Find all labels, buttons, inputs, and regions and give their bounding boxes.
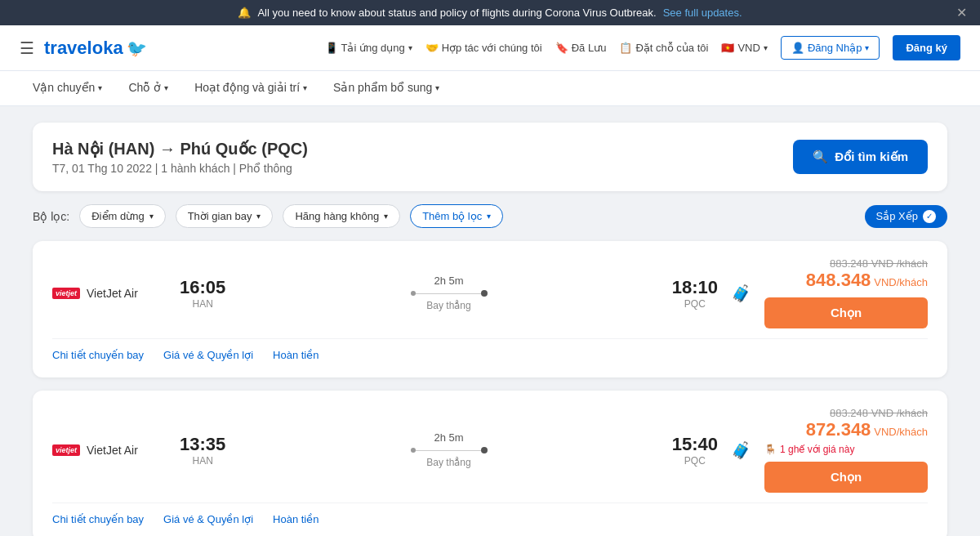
flight-line-2 xyxy=(242,447,655,453)
final-price-1: 848.348 xyxy=(806,270,871,290)
logo-text: traveloka xyxy=(44,38,123,59)
filter-bar: Bộ lọc: Điểm dừng ▾ Thời gian bay ▾ Hãng… xyxy=(33,204,947,228)
chevron-extra: ▾ xyxy=(435,83,439,92)
refund-link-2[interactable]: Hoàn tiền xyxy=(273,513,318,525)
seat-warning-icon: 🪑 xyxy=(764,444,777,455)
nav-saved[interactable]: 🔖 Đã Lưu xyxy=(555,42,607,54)
chevron-down-icon-2: ▾ xyxy=(764,43,768,52)
nav-currency[interactable]: 🇻🇳 VND ▾ xyxy=(721,42,767,54)
vietjet-logo-icon-1: vietjet xyxy=(52,288,80,299)
filter-more-label: Thêm bộ lọc xyxy=(422,210,482,222)
baggage-icon-1[interactable]: 🧳 xyxy=(731,284,751,303)
choose-label-1: Chọn xyxy=(831,306,862,319)
filter-time-button[interactable]: Thời gian bay ▾ xyxy=(176,204,274,228)
arrive-block-2: 15:40 PQC xyxy=(672,434,718,467)
airline-info-2: vietjet VietJet Air xyxy=(52,444,167,457)
nav-accommodation[interactable]: Chỗ ở ▾ xyxy=(115,71,181,105)
search-btn-label: Đổi tìm kiếm xyxy=(835,150,908,164)
nav-accommodation-label: Chỗ ở xyxy=(128,81,161,94)
header: ☰ traveloka 🐦 📱 Tải ứng dụng ▾ 🤝 Hợp tác… xyxy=(0,25,980,71)
close-icon[interactable]: ✕ xyxy=(956,5,967,20)
search-info: Hà Nội (HAN) → Phú Quốc (PQC) T7, 01 Thg… xyxy=(52,139,308,175)
filter-stops-button[interactable]: Điểm dừng ▾ xyxy=(79,204,165,228)
original-price-2: 883.248 VND /khách xyxy=(764,407,928,419)
logo[interactable]: traveloka 🐦 xyxy=(44,38,147,59)
sort-label: Sắp Xếp xyxy=(876,210,918,222)
filter-time-label: Thời gian bay xyxy=(188,210,252,222)
chevron-transport: ▾ xyxy=(98,83,102,92)
price-link-2[interactable]: Giá vé & Quyền lợi xyxy=(163,513,253,525)
nav-activity[interactable]: Hoạt động và giải trí ▾ xyxy=(181,71,320,105)
depart-time-2: 13:35 xyxy=(180,434,225,455)
banner-link[interactable]: See full updates. xyxy=(663,7,742,19)
final-price-row-1: 848.348 VND/khách xyxy=(764,270,928,291)
original-price-1: 883.248 VND /khách xyxy=(764,257,928,270)
baggage-icon-2[interactable]: 🧳 xyxy=(731,440,751,460)
flight-time-1: 16:05 HAN 2h 5m Bay thẳng 18:10 PQC xyxy=(180,275,718,311)
arrive-airport-1: PQC xyxy=(672,298,718,310)
dot-right-2 xyxy=(481,447,488,453)
nav-partner-label: Hợp tác với chúng tôi xyxy=(442,42,542,54)
nav-app[interactable]: 📱 Tải ứng dụng ▾ xyxy=(325,42,412,54)
login-button[interactable]: 👤 Đăng Nhập ▾ xyxy=(781,36,880,60)
main-content: Hà Nội (HAN) → Phú Quốc (PQC) T7, 01 Thg… xyxy=(0,106,980,536)
choose-button-1[interactable]: Chọn xyxy=(764,297,928,328)
sort-button[interactable]: Sắp Xếp ✓ xyxy=(865,205,947,228)
chevron-down-icon: ▾ xyxy=(408,43,412,52)
final-price-row-2: 872.348 VND/khách xyxy=(764,419,928,440)
refund-link-1[interactable]: Hoàn tiền xyxy=(273,349,318,361)
chevron-time: ▾ xyxy=(256,212,261,221)
line-1 xyxy=(416,293,481,294)
choose-button-2[interactable]: Chọn xyxy=(764,462,928,493)
logo-bird-icon: 🐦 xyxy=(127,38,147,58)
duration-block-2: 2h 5m Bay thẳng xyxy=(242,431,655,468)
flag-icon: 🇻🇳 xyxy=(721,42,734,54)
nav-booking[interactable]: 📋 Đặt chỗ của tôi xyxy=(619,42,708,54)
nav-partner[interactable]: 🤝 Hợp tác với chúng tôi xyxy=(425,42,542,54)
header-right: 📱 Tải ứng dụng ▾ 🤝 Hợp tác với chúng tôi… xyxy=(325,35,960,60)
nav-transport[interactable]: Vận chuyển ▾ xyxy=(20,71,115,105)
duration-text-1: 2h 5m xyxy=(242,275,655,287)
nav-currency-label: VND xyxy=(737,42,760,54)
depart-airport-2: HAN xyxy=(180,455,225,467)
final-price-2: 872.348 xyxy=(806,419,871,440)
nav-extra[interactable]: Sản phẩm bổ sung ▾ xyxy=(320,71,452,105)
detail-link-1[interactable]: Chi tiết chuyến bay xyxy=(52,349,144,361)
change-search-button[interactable]: 🔍 Đổi tìm kiếm xyxy=(793,140,928,174)
saved-icon: 🔖 xyxy=(555,42,568,54)
arrive-airport-2: PQC xyxy=(672,455,718,467)
flight-card-1: vietjet VietJet Air 16:05 HAN 2h 5m Bay … xyxy=(33,241,947,377)
partner-icon: 🤝 xyxy=(425,42,439,54)
airline-info-1: vietjet VietJet Air xyxy=(52,287,167,300)
arrive-time-2: 15:40 xyxy=(672,434,718,455)
price-link-1[interactable]: Giá vé & Quyền lợi xyxy=(163,349,253,361)
flight-main-2: vietjet VietJet Air 13:35 HAN 2h 5m Bay … xyxy=(52,407,928,493)
flight-time-2: 13:35 HAN 2h 5m Bay thẳng 15:40 PQC xyxy=(180,431,718,468)
flight-line-1 xyxy=(242,290,655,297)
nav-app-label: Tải ứng dụng xyxy=(341,42,405,54)
hamburger-icon[interactable]: ☰ xyxy=(20,38,34,58)
duration-text-2: 2h 5m xyxy=(242,431,655,444)
search-route: Hà Nội (HAN) → Phú Quốc (PQC) xyxy=(52,139,308,159)
flight-main-1: vietjet VietJet Air 16:05 HAN 2h 5m Bay … xyxy=(52,257,928,328)
banner-text: All you need to know about status and po… xyxy=(257,7,656,19)
depart-block-1: 16:05 HAN xyxy=(180,277,225,310)
filter-airline-button[interactable]: Hãng hàng không ▾ xyxy=(283,204,400,228)
nav-bar: Vận chuyển ▾ Chỗ ở ▾ Hoạt động và giải t… xyxy=(0,71,980,106)
direct-label-2: Bay thẳng xyxy=(242,457,655,468)
detail-link-2[interactable]: Chi tiết chuyến bay xyxy=(52,513,144,525)
filter-stops-label: Điểm dừng xyxy=(91,210,144,222)
nav-extra-label: Sản phẩm bổ sung xyxy=(333,81,432,94)
filter-more-button[interactable]: Thêm bộ lọc ▾ xyxy=(410,204,503,228)
direct-label-1: Bay thẳng xyxy=(242,300,655,311)
price-block-1: 883.248 VND /khách 848.348 VND/khách Chọ… xyxy=(764,257,928,328)
arrive-block-1: 18:10 PQC xyxy=(672,277,718,310)
line-2 xyxy=(416,450,481,451)
depart-time-1: 16:05 xyxy=(180,277,225,298)
top-banner: 🔔 All you need to know about status and … xyxy=(0,0,980,25)
airline-name-2: VietJet Air xyxy=(87,444,138,457)
chevron-stops: ▾ xyxy=(149,212,154,221)
price-unit-1: VND/khách xyxy=(874,276,928,288)
register-button[interactable]: Đăng ký xyxy=(893,35,960,60)
user-icon: 👤 xyxy=(791,42,804,54)
